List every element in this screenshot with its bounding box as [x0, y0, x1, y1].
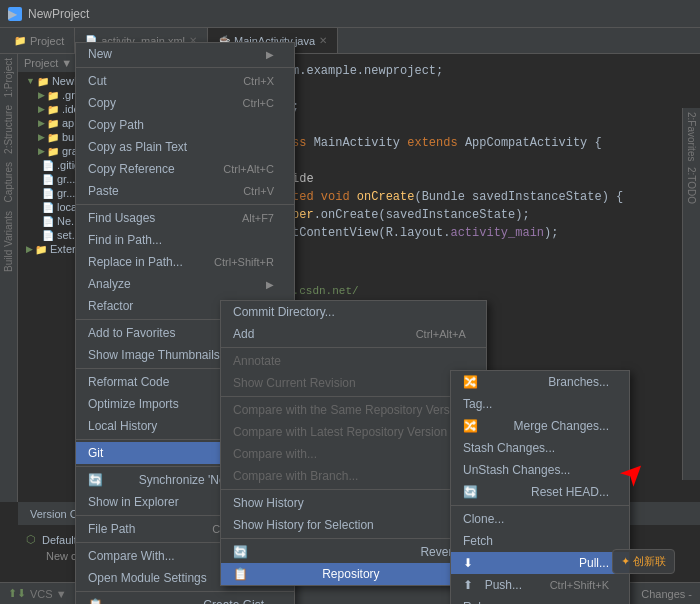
repo-rebase[interactable]: Rebase... [451, 596, 629, 604]
repo-merge[interactable]: 🔀 Merge Changes... [451, 415, 629, 437]
menu-analyze[interactable]: Analyze ▶ [76, 273, 294, 295]
expand-arrow-newproject: ▼ [26, 76, 35, 86]
tab-project-label: Project [30, 35, 64, 47]
tree-label-gr1: gr... [57, 173, 75, 185]
menu-copy-plain[interactable]: Copy as Plain Text [76, 136, 294, 158]
repo-div-1 [451, 505, 629, 506]
repo-reset-label: Reset HEAD... [531, 485, 609, 499]
menu-paste[interactable]: Paste Ctrl+V [76, 180, 294, 202]
folder-icon-app: 📁 [47, 118, 59, 129]
menu-copy-ref-shortcut: Ctrl+Alt+C [223, 163, 274, 175]
repo-stash[interactable]: Stash Changes... [451, 437, 629, 459]
side-label-project[interactable]: 1:Project [3, 54, 14, 101]
repo-tag-label: Tag... [463, 397, 492, 411]
repo-pull[interactable]: ⬇ Pull... [451, 552, 629, 574]
expand-arrow-external: ▶ [26, 244, 33, 254]
git-revert[interactable]: 🔄 Revert... [221, 541, 486, 563]
divider-2 [76, 204, 294, 205]
git-revert-icon: 🔄 [233, 545, 248, 559]
repo-push[interactable]: ⬆ Push... Ctrl+Shift+K [451, 574, 629, 596]
window-title: NewProject [28, 7, 89, 21]
file-icon-set: 📄 [42, 230, 54, 241]
menu-copy-ref[interactable]: Copy Reference Ctrl+Alt+C [76, 158, 294, 180]
repo-fetch[interactable]: Fetch [451, 530, 629, 552]
git-div-2 [221, 396, 486, 397]
side-label-structure[interactable]: 2:Structure [3, 101, 14, 158]
file-icon-gr2: 📄 [42, 188, 54, 199]
menu-module-label: Open Module Settings [88, 571, 207, 585]
side-label-captures[interactable]: Captures [3, 158, 14, 207]
tab-project[interactable]: 📁 Project [4, 28, 75, 53]
right-label-todo[interactable]: 2:TODO [686, 167, 697, 204]
side-label-variants[interactable]: Build Variants [3, 207, 14, 276]
menu-find-usages-shortcut: Alt+F7 [242, 212, 274, 224]
file-icon-local: 📄 [42, 202, 54, 213]
menu-find-path[interactable]: Find in Path... [76, 229, 294, 251]
git-add[interactable]: Add Ctrl+Alt+A [221, 323, 486, 345]
expand-arrow-idea: ▶ [38, 104, 45, 114]
left-side-strip: 1:Project 2:Structure Captures Build Var… [0, 54, 18, 502]
repo-push-label: Push... [485, 578, 522, 592]
git-show-history-sel[interactable]: Show History for Selection [221, 514, 486, 536]
repo-pull-icon: ⬇ [463, 556, 473, 570]
repo-pull-label: Pull... [579, 556, 609, 570]
menu-filepath-label: File Path [88, 522, 135, 536]
menu-gist[interactable]: 📋 Create Gist... [76, 594, 294, 604]
git-commit-label: Commit Directory... [233, 305, 335, 319]
menu-cut-label: Cut [88, 74, 107, 88]
git-repo-icon: 📋 [233, 567, 248, 581]
file-icon-gitignore: 📄 [42, 160, 54, 171]
tab-java-close[interactable]: ✕ [319, 35, 327, 46]
git-div-3 [221, 489, 486, 490]
git-compare-with-label: Compare with... [233, 447, 317, 461]
git-compare-same: Compare with the Same Repository Version [221, 399, 486, 421]
git-repo-label: Repository [322, 567, 379, 581]
menu-replace-path[interactable]: Replace in Path... Ctrl+Shift+R [76, 251, 294, 273]
repo-clone[interactable]: Clone... [451, 508, 629, 530]
repo-fetch-label: Fetch [463, 534, 493, 548]
repo-tag[interactable]: Tag... [451, 393, 629, 415]
file-icon-ne: 📄 [42, 216, 54, 227]
menu-new[interactable]: New ▶ [76, 43, 294, 65]
changelist-icon: ⬡ [26, 533, 36, 546]
repo-unstash[interactable]: UnStash Changes... [451, 459, 629, 481]
repo-reset[interactable]: 🔄 Reset HEAD... [451, 481, 629, 503]
menu-find-usages[interactable]: Find Usages Alt+F7 [76, 207, 294, 229]
repo-merge-icon: 🔀 [463, 419, 478, 433]
menu-copy-path[interactable]: Copy Path [76, 114, 294, 136]
tree-label-gr2: gr... [57, 187, 75, 199]
status-changes: Changes - [641, 588, 692, 600]
git-show-history[interactable]: Show History [221, 492, 486, 514]
menu-refactor-label: Refactor [88, 299, 133, 313]
menu-analyze-arrow: ▶ [266, 279, 274, 290]
watermark-text: ✦ 创新联 [621, 555, 666, 567]
expand-arrow-gradle: ▶ [38, 90, 45, 100]
git-repository[interactable]: 📋 Repository ▶ [221, 563, 486, 585]
git-annotate: Annotate [221, 350, 486, 372]
menu-cut[interactable]: Cut Ctrl+X [76, 70, 294, 92]
status-vcs: VCS ▼ [30, 588, 67, 600]
repo-merge-label: Merge Changes... [514, 419, 609, 433]
menu-find-usages-label: Find Usages [88, 211, 155, 225]
menu-sync-icon: 🔄 [88, 473, 103, 487]
status-right: Changes - [641, 588, 692, 600]
divider-1 [76, 67, 294, 68]
menu-explorer-label: Show in Explorer [88, 495, 179, 509]
menu-gist-label: Create Gist... [203, 598, 274, 604]
folder-icon-build: 📁 [47, 132, 59, 143]
git-commit[interactable]: Commit Directory... [221, 301, 486, 323]
menu-paste-label: Paste [88, 184, 119, 198]
right-label-favorites[interactable]: 2:Favorites [686, 112, 697, 161]
repo-unstash-label: UnStash Changes... [463, 463, 570, 477]
menu-copy[interactable]: Copy Ctrl+C [76, 92, 294, 114]
repo-branches[interactable]: 🔀 Branches... [451, 371, 629, 393]
git-add-shortcut: Ctrl+Alt+A [416, 328, 466, 340]
menu-new-label: New [88, 47, 112, 61]
menu-add-favorites-label: Add to Favorites [88, 326, 175, 340]
repo-push-icon: ⬆ [463, 578, 473, 592]
menu-git-label: Git [88, 446, 103, 460]
file-icon-gr1: 📄 [42, 174, 54, 185]
git-div-1 [221, 347, 486, 348]
menu-paste-shortcut: Ctrl+V [243, 185, 274, 197]
menu-new-arrow: ▶ [266, 49, 274, 60]
